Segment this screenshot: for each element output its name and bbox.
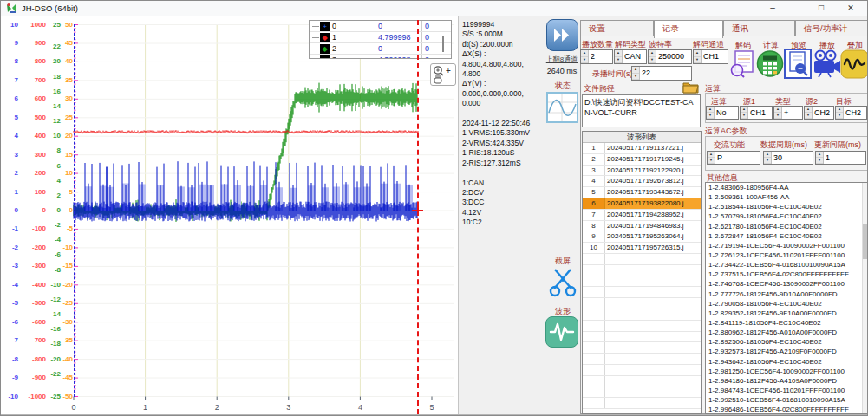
waveform-row[interactable] bbox=[583, 387, 701, 399]
prev-8-channels-link[interactable]: 上翻8通道 bbox=[538, 55, 585, 64]
waveform-row[interactable]: 7 2024051717194288952.j bbox=[583, 210, 701, 221]
waveform-row[interactable]: 6 2024051717193822080.j bbox=[583, 198, 701, 210]
field-spinner-0[interactable]: ▲▼ 2 bbox=[580, 49, 613, 64]
overlay-button[interactable] bbox=[840, 49, 868, 82]
other-info-row[interactable]: 1-2.746768-1CECF456-13090002FF001100 bbox=[706, 279, 868, 289]
waveform-row[interactable] bbox=[583, 354, 701, 365]
other-info-row[interactable]: 1-2.719194-1CEC56F4-10090002FF001100 bbox=[706, 241, 868, 250]
calculator-icon bbox=[756, 49, 784, 78]
other-info-row[interactable]: 1-2.984186-1812F456-A4109A0F0000FD bbox=[706, 376, 868, 386]
minimize-button[interactable]: – bbox=[757, 1, 788, 16]
waveform-row[interactable] bbox=[583, 398, 701, 409]
waveform-button[interactable] bbox=[545, 316, 578, 348]
other-info-row[interactable]: 1-2.892506-181056F4-EC10C40E02 bbox=[706, 337, 868, 347]
waveform-filename: 2024051717195263064.j bbox=[605, 231, 701, 242]
other-info-row[interactable]: 1-2.570799-181056F4-EC10C40E02 bbox=[706, 211, 868, 221]
waveform-row[interactable] bbox=[583, 287, 701, 298]
channel-marker-icon: ◆ bbox=[320, 55, 330, 60]
spinner-arrows-icon[interactable]: ▲▼ bbox=[632, 67, 640, 80]
preview-button-selected[interactable] bbox=[784, 49, 812, 79]
other-info-row[interactable]: 1-2.992510-1CEB56F4-016810010090A15A bbox=[706, 395, 868, 405]
legend-row-ch3[interactable]: ◆ 3 4.799998 0 bbox=[310, 55, 451, 59]
waveform-row[interactable] bbox=[583, 365, 701, 376]
channel-marker-icon: + bbox=[320, 22, 330, 31]
waveform-row[interactable]: 10 2024051717195726315.j bbox=[583, 243, 701, 254]
spinner-value: CH1 bbox=[702, 50, 728, 63]
waveform-row[interactable] bbox=[583, 376, 701, 387]
zoom-pan-toolbox[interactable]: + bbox=[430, 63, 456, 86]
legend-scrollbar[interactable] bbox=[442, 36, 444, 52]
waveform-filename bbox=[605, 276, 701, 287]
file-path-value[interactable]: D:\快速访问资料\DCCTEST-CAN-VOLT-CURR bbox=[582, 94, 701, 127]
cursor-red[interactable] bbox=[417, 20, 419, 414]
legend-row-ch1[interactable]: ◆ 1 4.799998 0 bbox=[310, 32, 451, 43]
waveform-row[interactable] bbox=[583, 309, 701, 321]
screenshot-button[interactable] bbox=[546, 266, 579, 297]
tab-2[interactable]: 通讯 bbox=[723, 20, 795, 36]
other-info-row[interactable]: 1-2.943642-181056F4-EC10C40E02 bbox=[706, 357, 868, 367]
field-spinner-3[interactable]: ▲▼ CH1 bbox=[693, 49, 728, 64]
close-button[interactable]: ✕ bbox=[835, 1, 866, 16]
tab-1[interactable]: 记录 bbox=[654, 20, 723, 38]
scrollbar-thumb[interactable] bbox=[863, 224, 867, 259]
info-line: ΔY(V) : bbox=[462, 79, 545, 88]
waveform-row[interactable]: 4 2024051717192673812.j bbox=[583, 176, 701, 187]
spinner-value: 22 bbox=[640, 67, 691, 80]
spinner-arrows-icon[interactable]: ▲▼ bbox=[615, 50, 623, 63]
other-info-row[interactable]: 1-2.932573-1812F456-A2109F0F0000FD bbox=[706, 347, 868, 356]
other-info-row[interactable]: 1-2.518544-181056F4-EC10C40E02 bbox=[706, 202, 868, 211]
waveform-row[interactable]: 3 2024051717192122920.j bbox=[583, 166, 701, 177]
other-info-row[interactable]: 1-2.841119-181056F4-EC10C40E02 bbox=[706, 318, 868, 328]
other-info-row[interactable]: 1-2.996486-1CEB56F4-02C800FFFFFFFFFF bbox=[706, 405, 868, 414]
other-info-row[interactable]: 1-2.672847-181056F4-EC10C40E02 bbox=[706, 231, 868, 241]
decode-button[interactable] bbox=[728, 49, 756, 81]
waveform-row[interactable] bbox=[583, 265, 701, 276]
waveform-row[interactable] bbox=[583, 276, 701, 288]
row-index: 9 bbox=[583, 231, 605, 242]
waveform-row[interactable] bbox=[583, 342, 701, 354]
channel-value-1: 4.799998 bbox=[375, 32, 422, 42]
other-info-row[interactable]: 1-2.483069-180956F4-AA bbox=[706, 183, 868, 192]
waveform-row[interactable]: 2 2024051717191719245.j bbox=[583, 154, 701, 166]
channel-value-2: 0 bbox=[422, 32, 451, 42]
other-info-row[interactable]: 1-2.981250-1CEC56F4-10090002FF001100 bbox=[706, 367, 868, 376]
waveform-row[interactable]: 5 2024051717193443672.j bbox=[583, 187, 701, 198]
other-info-row[interactable]: 1-2.737515-1CEB56F4-02C800FFFFFFFFFF bbox=[706, 270, 868, 279]
waveform-filename bbox=[605, 398, 701, 408]
waveform-row[interactable] bbox=[583, 332, 701, 343]
other-info-scrollbar[interactable] bbox=[862, 183, 868, 413]
maximize-button[interactable]: □ bbox=[806, 1, 837, 16]
waveform-row[interactable]: 1 2024051717191137221.j bbox=[583, 143, 701, 154]
waveform-row[interactable] bbox=[583, 321, 701, 332]
calculate-button[interactable] bbox=[756, 49, 784, 81]
row-index bbox=[583, 398, 605, 408]
fast-forward-button[interactable] bbox=[546, 19, 578, 51]
waveform-row[interactable]: 9 2024051717195263064.j bbox=[583, 231, 701, 243]
field-spinner-1[interactable]: ▲▼ CAN bbox=[614, 49, 647, 64]
other-info-row[interactable]: 1-2.984743-1CECF456-110201FFFF001100 bbox=[706, 386, 868, 395]
other-info-row[interactable]: 1-2.777726-1812F456-9D10A00F0000FD bbox=[706, 289, 868, 299]
other-info-row[interactable]: 1-2.621780-181056F4-EC10C40E02 bbox=[706, 222, 868, 231]
other-info-row[interactable]: 1-2.734422-1CEB56F4-016810010090A15A bbox=[706, 260, 868, 270]
tab-3[interactable]: 信号/功率计 bbox=[795, 20, 868, 36]
other-info-row[interactable]: 1-2.509361-100AF456-AA bbox=[706, 192, 868, 202]
field-spinner-2[interactable]: ▲▼ 250000 bbox=[648, 49, 692, 64]
spinner-arrows-icon[interactable]: ▲▼ bbox=[649, 50, 656, 63]
other-info-row[interactable]: 1-2.880962-1812F456-A010A00F0000FD bbox=[706, 328, 868, 337]
legend-row-ch2[interactable]: ◆ 2 0 0 bbox=[310, 43, 451, 55]
spinner-arrows-icon[interactable]: ▲▼ bbox=[694, 50, 702, 63]
other-info-row[interactable]: 1-2.829352-1812F456-9F10A00F0000FD bbox=[706, 309, 868, 318]
cursor-left-blue[interactable] bbox=[74, 24, 75, 397]
legend-row-ch0[interactable]: + 0 0 0 bbox=[310, 21, 451, 32]
status-waveform-thumbnail[interactable] bbox=[546, 92, 578, 123]
playback-button[interactable] bbox=[813, 49, 842, 81]
waveform-row[interactable] bbox=[583, 298, 701, 309]
other-info-row[interactable]: 1-2.790058-181056F4-EC10C40E02 bbox=[706, 299, 868, 309]
info-line: 10:C2 bbox=[462, 218, 545, 227]
record-time-spinner[interactable]: ▲▼ 22 bbox=[631, 66, 692, 81]
other-info-row[interactable]: 1-2.726123-1CECF456-110201FFFF001100 bbox=[706, 250, 868, 260]
waveform-row[interactable]: 8 2024051717194846983.j bbox=[583, 221, 701, 232]
tab-0[interactable]: 设置 bbox=[580, 20, 654, 36]
spinner-arrows-icon[interactable]: ▲▼ bbox=[581, 50, 589, 63]
waveform-row[interactable] bbox=[583, 254, 701, 265]
